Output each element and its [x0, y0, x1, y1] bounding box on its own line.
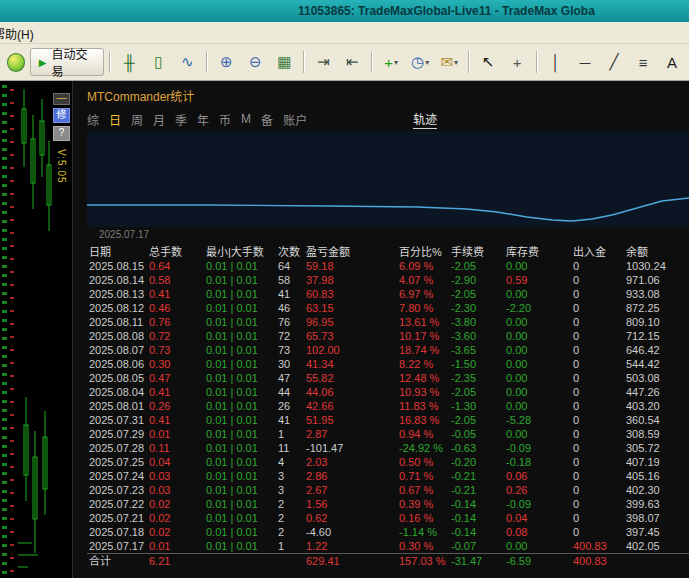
fibonacci-tool[interactable]: ≡ — [629, 48, 657, 76]
menu-item-help[interactable]: 帮助(H) — [0, 22, 40, 44]
cell: -3.65 — [449, 343, 504, 357]
zoom-out-button[interactable]: ⊖ — [241, 48, 269, 76]
candlestick-chart-icon: ▯ — [154, 53, 162, 71]
mt-logo-icon[interactable] — [7, 53, 25, 72]
chart-shift-button[interactable]: ⇥ — [309, 48, 337, 76]
mail-icon: ✉ — [440, 53, 453, 71]
cell: 0.01 | 0.01 — [204, 525, 276, 539]
cell: 47 — [276, 371, 304, 385]
add-indicator-button[interactable]: +▾ — [377, 48, 405, 76]
cell: 0.30 % — [397, 539, 449, 554]
panel-minimize-button[interactable]: — — [53, 93, 70, 105]
cell: 0.76 — [147, 315, 204, 329]
cell: -2.30 — [449, 301, 504, 315]
cell: 0.04 — [147, 455, 204, 469]
tab-8[interactable]: M — [241, 112, 251, 126]
text-icon: A — [667, 54, 677, 71]
candlestick-chart-button[interactable]: ▯ — [144, 48, 172, 76]
line-chart-button[interactable]: ∿ — [173, 48, 201, 76]
cell: 72 — [276, 329, 304, 343]
cell: 96.95 — [304, 315, 397, 329]
cursor-tool[interactable]: ↖ — [474, 48, 502, 76]
cell: -2.05 — [449, 385, 504, 399]
cell: 0.00 — [504, 357, 571, 371]
crosshair-tool[interactable]: + — [503, 48, 531, 76]
panel-help-button[interactable]: ? — [53, 126, 70, 141]
cell: 2025.08.12 — [87, 301, 147, 315]
cell: 73 — [276, 343, 304, 357]
autotrading-button[interactable]: ▶自动交易 — [30, 48, 105, 76]
tab-6[interactable]: 年 — [197, 111, 209, 128]
cell: 2025.08.06 — [87, 357, 147, 371]
cell: -0.14 — [449, 525, 504, 539]
toolbar-separator — [303, 51, 304, 73]
cell: 0.01 | 0.01 — [204, 329, 276, 343]
cell: 0.01 | 0.01 — [204, 469, 276, 483]
cell: -0.20 — [449, 455, 504, 469]
cell: -2.05 — [449, 259, 504, 273]
cell: 0.00 — [504, 427, 571, 441]
table-row: 2025.08.110.760.01 | 0.017696.9513.61 %-… — [87, 315, 689, 329]
cell: 0.03 — [147, 483, 204, 497]
tab-4[interactable]: 月 — [153, 111, 165, 128]
column-header: 百分比% — [397, 243, 449, 259]
cell: 0 — [571, 329, 624, 343]
cell: 10.17 % — [397, 329, 449, 343]
cell: 0.01 | 0.01 — [204, 287, 276, 301]
tab-track[interactable]: 轨迹 — [413, 110, 437, 129]
tab-bar: 综日周月季年币M备账户轨迹 — [87, 109, 689, 129]
panel-edit-button[interactable]: 修 — [53, 108, 70, 123]
timeframe-button[interactable]: ◷▾ — [406, 48, 434, 76]
crosshair-icon: + — [513, 54, 522, 71]
cell: -1.50 — [449, 357, 504, 371]
cell: 6.97 % — [397, 287, 449, 301]
horizontal-line-tool[interactable]: ─ — [571, 48, 599, 76]
auto-scroll-button[interactable]: ⇤ — [338, 48, 366, 76]
cell: 0 — [571, 399, 624, 413]
fibonacci-icon: ≡ — [639, 54, 648, 71]
cell: 1.22 — [304, 539, 397, 554]
cell: 0.02 — [147, 525, 204, 539]
tab-1[interactable]: 综 — [87, 111, 99, 128]
cell: 0 — [571, 371, 624, 385]
vertical-line-tool[interactable]: │ — [542, 48, 570, 76]
zoom-in-button[interactable]: ⊕ — [212, 48, 240, 76]
cell: 2 — [276, 497, 304, 511]
cell: -0.14 — [449, 497, 504, 511]
tab-3[interactable]: 周 — [131, 111, 143, 128]
cell: 6.21 — [147, 554, 204, 569]
cell: -3.60 — [449, 329, 504, 343]
column-header: 余额 — [624, 243, 689, 259]
balance-chart — [87, 131, 689, 227]
chart-shift-icon: ⇥ — [317, 53, 330, 71]
cell: 2025.08.07 — [87, 343, 147, 357]
tab-2[interactable]: 日 — [109, 111, 121, 128]
cell: 2025.08.04 — [87, 385, 147, 399]
cell: -0.21 — [449, 483, 504, 497]
tab-7[interactable]: 币 — [219, 111, 231, 128]
mail-button[interactable]: ✉▾ — [435, 48, 463, 76]
cell: 0.04 — [504, 511, 571, 525]
dropdown-arrow-icon: ▾ — [425, 58, 429, 67]
cell: 0 — [571, 497, 624, 511]
cell: 8.22 % — [397, 357, 449, 371]
cell: -2.05 — [449, 287, 504, 301]
tab-5[interactable]: 季 — [175, 111, 187, 128]
bar-chart-button[interactable]: ╫ — [115, 48, 143, 76]
tile-windows-button[interactable]: ▦ — [270, 48, 298, 76]
cell: 0 — [571, 427, 624, 441]
cell: 0 — [571, 469, 624, 483]
cell: 0.01 | 0.01 — [204, 259, 276, 273]
cell: 3 — [276, 483, 304, 497]
cell: 0 — [571, 259, 624, 273]
cell: 65.73 — [304, 329, 397, 343]
zoom-in-icon: ⊕ — [220, 53, 233, 71]
tab-9[interactable]: 备 — [261, 111, 273, 128]
text-tool[interactable]: A — [658, 48, 686, 76]
cell — [624, 554, 689, 569]
cell: 402.30 — [624, 483, 689, 497]
cell: 0.01 | 0.01 — [204, 357, 276, 371]
tab-10[interactable]: 账户 — [283, 111, 307, 128]
cell: 0.01 | 0.01 — [204, 441, 276, 455]
trendline-tool[interactable]: ╱ — [600, 48, 628, 76]
